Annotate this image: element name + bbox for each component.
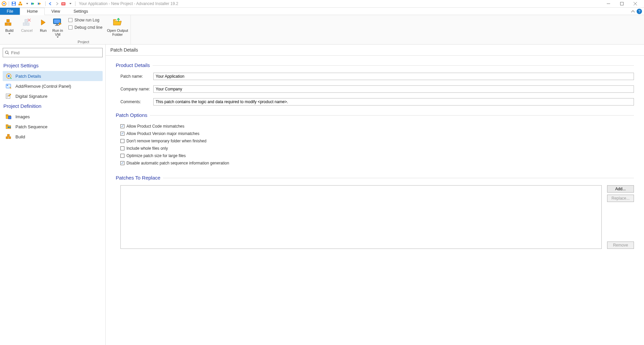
option-label: Disable automatic patch sequence informa… <box>126 161 229 165</box>
sequence-icon <box>5 124 12 130</box>
svg-point-22 <box>5 51 8 54</box>
replace-button: Replace... <box>607 195 634 202</box>
tab-home[interactable]: Home <box>20 8 45 15</box>
build-icon <box>4 17 15 28</box>
dropdown-icon[interactable] <box>24 1 30 6</box>
svg-rect-33 <box>6 125 8 126</box>
input-company-name[interactable] <box>153 85 634 93</box>
checkbox-icon <box>120 146 124 150</box>
checkbox-icon <box>120 124 124 128</box>
svg-point-1 <box>3 3 5 4</box>
option-checkbox[interactable]: Don't remove temporary folder when finis… <box>120 137 634 145</box>
svg-rect-15 <box>23 23 26 25</box>
option-checkbox[interactable]: Allow Product Version major mismatches <box>120 130 634 137</box>
cancel-icon <box>21 17 32 28</box>
tab-view[interactable]: View <box>45 8 67 15</box>
svg-point-25 <box>8 75 10 77</box>
main: Project Settings Patch Details Add/Remov… <box>0 45 644 345</box>
ribbon-group-label <box>1 39 35 44</box>
forward-icon[interactable] <box>54 1 60 6</box>
sidebar-item-patch-details[interactable]: Patch Details <box>3 71 103 81</box>
option-checkbox[interactable]: Allow Product Code mismatches <box>120 123 634 130</box>
sidebar: Project Settings Patch Details Add/Remov… <box>0 45 106 345</box>
build-icon[interactable] <box>18 1 23 6</box>
label-patch-name: Patch name: <box>120 74 153 79</box>
svg-rect-30 <box>6 115 8 116</box>
ribbon-options: Show run Log Debug cmd line <box>66 16 104 30</box>
ribbon-group-label: Project <box>38 39 129 44</box>
add-button[interactable]: Add... <box>607 185 634 193</box>
input-patch-name[interactable] <box>153 73 634 80</box>
back-icon[interactable] <box>48 1 53 6</box>
open-output-button[interactable]: Open Output Folder <box>106 16 129 37</box>
option-checkbox[interactable]: Include whole files only <box>120 145 634 152</box>
replace-listbox[interactable] <box>120 185 602 249</box>
content: Patch Details Product Details Patch name… <box>106 45 644 345</box>
options-list: Allow Product Code mismatchesAllow Produ… <box>120 123 634 167</box>
sidebar-item-add-remove[interactable]: Add/Remove (Control Panel) <box>3 81 103 91</box>
option-label: Allow Product Code mismatches <box>126 124 184 129</box>
sidebar-item-patch-sequence[interactable]: Patch Sequence <box>3 122 103 132</box>
section-patch-options: Patch Options <box>116 112 634 118</box>
updates-icon[interactable]: 99 <box>61 1 66 6</box>
run-icon <box>38 17 49 28</box>
maximize-button[interactable] <box>617 0 627 7</box>
sidebar-header-definition: Project Definition <box>3 103 103 109</box>
window-title: Your Application - New Project - Advance… <box>79 1 178 6</box>
ribbon: Build Cancel Run <box>0 15 644 45</box>
tab-file[interactable]: File <box>0 8 20 15</box>
svg-rect-11 <box>621 2 624 5</box>
svg-rect-34 <box>8 127 9 128</box>
svg-rect-38 <box>7 134 9 136</box>
run-label: Run <box>40 28 47 32</box>
run-icon[interactable] <box>31 1 37 6</box>
help-icon[interactable]: ? <box>637 9 642 14</box>
save-icon[interactable] <box>11 1 16 6</box>
build-button[interactable]: Build <box>1 16 17 34</box>
checkbox-icon <box>120 139 124 143</box>
option-label: Optimize patch size for large files <box>126 153 186 158</box>
svg-rect-4 <box>13 2 15 3</box>
option-checkbox[interactable]: Optimize patch size for large files <box>120 152 634 159</box>
open-output-label: Open Output Folder <box>106 28 129 37</box>
sidebar-header-settings: Project Settings <box>3 63 103 68</box>
sidebar-item-label: Build <box>15 134 25 139</box>
sidebar-item-images[interactable]: Images <box>3 112 103 122</box>
checkbox-icon <box>120 154 124 158</box>
svg-rect-12 <box>5 23 8 25</box>
svg-rect-21 <box>55 25 59 26</box>
svg-rect-31 <box>8 116 11 119</box>
svg-line-23 <box>8 53 9 54</box>
close-button[interactable] <box>631 0 640 7</box>
dropdown-icon[interactable] <box>68 1 73 6</box>
sidebar-item-build[interactable]: Build <box>3 132 103 142</box>
svg-rect-20 <box>56 24 58 25</box>
show-run-log-checkbox[interactable]: Show run Log <box>68 18 102 22</box>
tab-settings[interactable]: Settings <box>67 8 95 15</box>
show-run-log-label: Show run Log <box>74 18 99 22</box>
sidebar-item-digital-signature[interactable]: Digital Signature <box>3 91 103 101</box>
option-label: Allow Product Version major mismatches <box>126 131 199 136</box>
option-checkbox[interactable]: Disable automatic patch sequence informa… <box>120 159 634 167</box>
run-button[interactable]: Run <box>38 16 49 32</box>
replace-area: Add... Replace... Remove <box>120 185 634 249</box>
run-vm-label: Run in VM <box>50 28 65 37</box>
search-input[interactable] <box>11 50 100 55</box>
section-product-details: Product Details <box>116 62 634 68</box>
run-in-vm-button[interactable]: Run in VM <box>50 16 65 38</box>
collapse-ribbon-icon[interactable] <box>631 10 635 12</box>
option-label: Include whole files only <box>126 146 168 151</box>
svg-text:99: 99 <box>62 3 65 5</box>
run-vm-icon[interactable] <box>38 1 43 6</box>
section-patches-replace: Patches To Replace <box>116 175 634 181</box>
remove-button: Remove <box>607 242 634 249</box>
cancel-label: Cancel <box>21 28 33 32</box>
ribbon-group-project: Run Run in VM Show run Log Debug cmd lin… <box>36 15 131 44</box>
input-comments[interactable] <box>153 98 634 106</box>
row-comments: Comments: <box>120 98 634 106</box>
minimize-button[interactable] <box>604 0 613 7</box>
sidebar-item-label: Patch Details <box>15 74 41 79</box>
search-box[interactable] <box>3 48 103 57</box>
debug-cmd-checkbox[interactable]: Debug cmd line <box>68 25 102 30</box>
row-company-name: Company name: <box>120 85 634 93</box>
